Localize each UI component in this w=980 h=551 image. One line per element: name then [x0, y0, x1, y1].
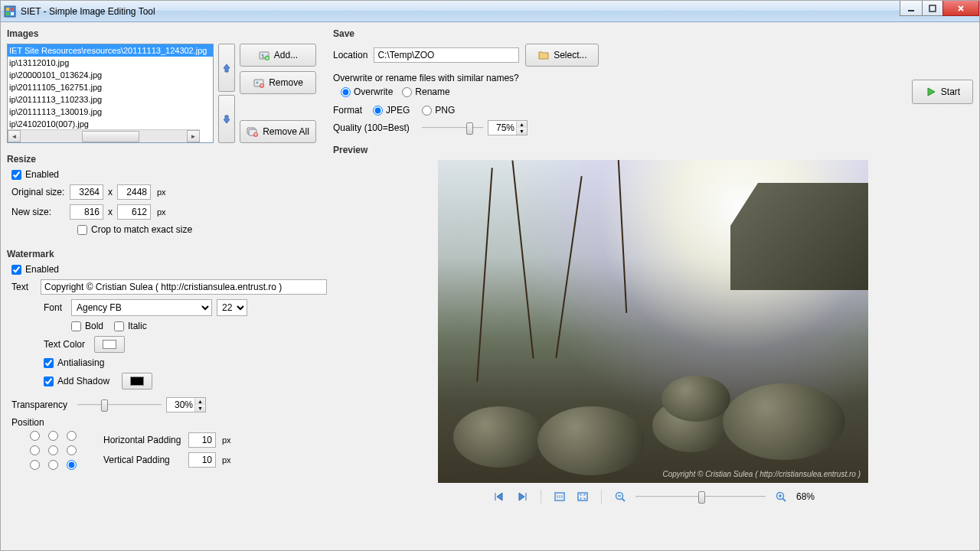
location-field[interactable]	[374, 47, 519, 63]
scroll-left-button[interactable]: ◄	[8, 130, 21, 142]
rename-label: Rename	[415, 86, 449, 97]
position-radio-7[interactable]	[48, 460, 58, 470]
resize-enabled-label: Enabled	[25, 169, 59, 180]
list-item[interactable]: ip\20111105_162751.jpg	[8, 81, 213, 93]
bold-checkbox[interactable]	[71, 321, 81, 331]
list-item[interactable]: ip\20111113_110233.jpg	[8, 93, 213, 106]
actual-size-button[interactable]	[552, 489, 567, 504]
transparency-spinner[interactable]: ▲▼	[166, 397, 206, 412]
move-down-button[interactable]	[218, 95, 235, 143]
slider-thumb[interactable]	[466, 122, 473, 135]
px-label: px	[222, 455, 231, 465]
slider-thumb[interactable]	[101, 399, 108, 412]
minimize-button[interactable]	[900, 1, 923, 16]
crop-checkbox[interactable]	[77, 225, 87, 235]
spin-down[interactable]: ▼	[516, 128, 527, 135]
spin-up[interactable]: ▲	[194, 398, 205, 405]
position-radio-4[interactable]	[48, 445, 58, 455]
remove-all-button[interactable]: Remove All	[240, 120, 316, 143]
rename-radio[interactable]	[402, 87, 412, 97]
move-up-button[interactable]	[218, 44, 235, 92]
resize-section: Resize Enabled Original size: x px New s…	[7, 154, 327, 240]
shadow-checkbox[interactable]	[44, 377, 54, 386]
resize-enabled-checkbox[interactable]	[11, 170, 21, 180]
transparency-value[interactable]	[167, 398, 194, 412]
remove-button[interactable]: Remove	[240, 71, 316, 94]
italic-checkbox[interactable]	[114, 321, 124, 331]
position-radio-0[interactable]	[30, 431, 40, 441]
antialias-checkbox[interactable]	[44, 358, 54, 368]
last-image-button[interactable]	[514, 489, 530, 504]
textcolor-swatch	[103, 340, 116, 349]
orig-height-field[interactable]	[117, 184, 151, 200]
maximize-button[interactable]	[922, 1, 943, 16]
titlebar[interactable]: SIET - Simple Image Editing Tool	[1, 1, 979, 22]
app-icon	[4, 5, 16, 18]
preview-watermark-text: Copyright © Cristian Sulea ( http://cris…	[662, 470, 861, 478]
select-button[interactable]: Select...	[525, 44, 599, 67]
preview-toolbar: 68%	[492, 489, 815, 504]
spin-up[interactable]: ▲	[516, 121, 527, 128]
svg-rect-3	[6, 12, 9, 15]
list-item[interactable]: ip\20111113_130019.jpg	[8, 106, 213, 118]
watermark-title: Watermark	[7, 249, 327, 259]
transparency-slider[interactable]	[77, 398, 162, 412]
vpad-field[interactable]	[188, 452, 216, 468]
textcolor-button[interactable]	[94, 336, 125, 353]
watermark-enabled-label: Enabled	[25, 264, 59, 275]
close-button[interactable]	[942, 1, 979, 16]
position-radio-8[interactable]	[67, 460, 77, 470]
svg-rect-17	[578, 493, 587, 500]
spin-down[interactable]: ▼	[194, 405, 205, 412]
list-item[interactable]: ip\13112010.jpg	[8, 57, 213, 69]
first-image-button[interactable]	[492, 489, 507, 504]
select-label: Select...	[554, 50, 586, 60]
quality-spinner[interactable]: ▲▼	[488, 120, 528, 135]
list-item[interactable]: ip\24102010(007).jpg	[8, 118, 213, 130]
scroll-thumb[interactable]	[82, 131, 139, 142]
list-item[interactable]: ip\20000101_013624.jpg	[8, 69, 213, 81]
images-listbox[interactable]: IET Site Resources\resources\20111113_12…	[7, 44, 214, 143]
zoom-slider[interactable]	[635, 490, 766, 504]
fit-screen-button[interactable]	[575, 489, 590, 504]
position-radio-6[interactable]	[30, 460, 40, 470]
orig-width-field[interactable]	[70, 184, 103, 200]
images-section: Images IET Site Resources\resources\2011…	[7, 28, 327, 143]
px-label: px	[157, 187, 166, 197]
quality-label: Quality (100=Best)	[333, 122, 417, 133]
svg-rect-6	[929, 5, 936, 11]
font-combo[interactable]: Agency FB	[71, 299, 212, 316]
zoom-in-button[interactable]	[773, 489, 789, 504]
scroll-right-button[interactable]: ►	[187, 130, 200, 142]
watermark-enabled-checkbox[interactable]	[11, 265, 21, 275]
zoom-out-button[interactable]	[612, 489, 628, 504]
png-radio[interactable]	[422, 106, 432, 116]
watermark-text-field[interactable]	[41, 279, 327, 295]
fontsize-combo[interactable]: 22	[217, 299, 247, 316]
slider-thumb[interactable]	[698, 491, 705, 504]
quality-slider[interactable]	[422, 121, 483, 135]
svg-rect-1	[6, 8, 9, 11]
hpad-field[interactable]	[188, 432, 216, 448]
shadowcolor-button[interactable]	[122, 373, 152, 390]
add-button[interactable]: Add...	[240, 44, 316, 67]
list-item[interactable]: IET Site Resources\resources\20111113_12…	[8, 44, 213, 57]
jpeg-label: JPEG	[386, 105, 410, 116]
horizontal-scrollbar[interactable]: ◄ ►	[8, 129, 200, 142]
position-radio-3[interactable]	[30, 445, 40, 455]
format-label: Format	[333, 105, 368, 116]
transparency-label: Transparency	[11, 399, 73, 410]
position-radio-1[interactable]	[48, 431, 58, 441]
px-label: px	[222, 435, 231, 445]
new-height-field[interactable]	[117, 204, 151, 220]
quality-value[interactable]	[488, 121, 516, 135]
overwrite-radio[interactable]	[341, 87, 351, 97]
position-radio-2[interactable]	[67, 431, 77, 441]
times-x: x	[108, 207, 113, 217]
font-label: Font	[44, 302, 67, 313]
start-button[interactable]: Start	[912, 80, 973, 104]
position-grid	[30, 431, 80, 470]
jpeg-radio[interactable]	[373, 106, 383, 116]
position-radio-5[interactable]	[67, 445, 77, 455]
new-width-field[interactable]	[70, 204, 103, 220]
